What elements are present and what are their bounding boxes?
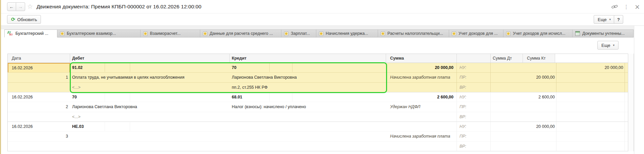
tab-salary[interactable]: Зарплат...	[281, 29, 316, 37]
more-label: Еще	[601, 43, 610, 48]
tab-average-earnings-data[interactable]: Данные для расчета среднего ...	[200, 29, 281, 37]
cell-date[interactable]: 16.02.2026	[8, 92, 70, 102]
cell-sum-kt-pr[interactable]	[556, 131, 625, 141]
cell-date[interactable]: 16.02.2026	[8, 122, 70, 131]
cell-tax-label-vr[interactable]: ВР:	[457, 112, 490, 122]
cell-comment[interactable]: Удержан НДФЛ	[386, 102, 457, 111]
tab-accruals-deductions[interactable]: Начисления удержа...	[316, 29, 378, 37]
cell-credit-subconto1[interactable]: Налог (взносы): начислено / уплачено	[230, 102, 386, 111]
cell-sum-kt-nu[interactable]	[556, 122, 625, 131]
more-button-toolbar[interactable]: Еще ▾	[594, 15, 615, 24]
cell-row-number[interactable]: 1	[8, 72, 70, 82]
cell-sum-dt-nu[interactable]	[491, 63, 556, 72]
cell-sum-kt-vr[interactable]	[556, 141, 625, 151]
document-icon	[203, 31, 207, 36]
refresh-button[interactable]: ⟳ Обновить	[7, 15, 41, 24]
column-header-tax-labels	[457, 54, 491, 63]
cell-sum-dt-nu[interactable]: 2 600,00	[491, 92, 556, 102]
back-button[interactable]: ←	[7, 2, 16, 11]
cell-debit-subconto2[interactable]: <...>	[70, 82, 230, 92]
forward-button[interactable]: →	[16, 2, 25, 11]
cell-tax-label-nu[interactable]: НУ:	[457, 92, 490, 102]
cell-sum-kt-vr[interactable]	[556, 82, 625, 92]
table-toolbar: Еще ▾	[1, 37, 634, 53]
cell-date[interactable]: 16.02.2026	[8, 63, 70, 72]
cell-sum-dt-vr[interactable]	[491, 141, 556, 151]
more-button-table[interactable]: Еще ▾	[597, 41, 619, 50]
cell-debit-subconto1[interactable]: Оплата труда, не учитываемая в целях нал…	[70, 72, 230, 82]
cell-sum-dt-pr[interactable]: 20 000,00	[491, 72, 556, 82]
cell-credit-subconto1[interactable]	[230, 131, 386, 141]
tab-accounting-register[interactable]: ДтКт Бухгалтерский ...	[4, 29, 57, 37]
vertical-scrollbar[interactable]	[628, 54, 634, 151]
cell-empty[interactable]	[386, 141, 457, 151]
cell-sum-kt-nu[interactable]	[556, 92, 625, 102]
cell-tax-label-pr[interactable]: ПР:	[457, 102, 490, 111]
cell-debit-account[interactable]: 91.02	[70, 63, 230, 72]
cell-debit-subconto1[interactable]	[70, 131, 230, 141]
cell-sum-kt-pr[interactable]	[556, 72, 625, 82]
cell-row-number[interactable]: 3	[8, 131, 70, 141]
tab-accounting-settlements[interactable]: Бухгалтерские взаимор...	[57, 29, 141, 37]
cell-sum[interactable]: 2 600,00	[386, 92, 457, 102]
title-bar: ← → ☆ Движения документа: Премия КПБП-00…	[1, 0, 644, 13]
cell-tax-label-vr[interactable]: ВР:	[457, 82, 490, 92]
cell-debit-subconto1[interactable]: Ларионова Светлана Викторовна	[70, 102, 230, 111]
favorite-star-icon[interactable]: ☆	[27, 3, 33, 10]
link-icon[interactable]	[611, 4, 618, 10]
cell-debit-account[interactable]: 70	[70, 92, 230, 102]
help-button[interactable]: ?	[614, 15, 623, 24]
cell-debit-subconto2[interactable]: <...>	[70, 112, 230, 122]
cell-tax-label-vr[interactable]: ВР:	[457, 141, 490, 151]
cell-credit-subconto2[interactable]: пп.2, ст.255 НК РФ	[230, 82, 386, 92]
postings-table: Дата Дебет Кредит Сумма Сумма Дт Сумма К…	[7, 54, 628, 151]
cell-credit-subconto1[interactable]: Ларионова Светлана Викторовна	[230, 72, 386, 82]
cell-tax-label-pr[interactable]: ПР:	[457, 72, 490, 82]
cell-row-number[interactable]: 2	[8, 102, 70, 111]
cell-credit-account[interactable]: 70	[230, 63, 386, 72]
cell-debit-account[interactable]: НЕ.03	[70, 122, 230, 131]
selected-cell[interactable]: 16.02.2026	[8, 63, 70, 72]
cell-credit-account[interactable]: 68.01	[230, 92, 386, 102]
refresh-icon: ⟳	[11, 17, 15, 22]
cell-credit-account[interactable]	[230, 122, 386, 131]
cell-sum-dt-vr[interactable]	[491, 82, 556, 92]
table-row[interactable]: 16.02.2026 2 70 Ларионова Светлана Викто…	[8, 92, 628, 122]
dtkt-icon: ДтКт	[7, 31, 13, 36]
tab-taxpayer-calculations[interactable]: Расчеты налогоплательщи...	[378, 29, 449, 37]
table-row[interactable]: 16.02.2026 3 НЕ.03 Н	[8, 122, 628, 151]
cell-credit-subconto2[interactable]	[230, 112, 386, 122]
cell-sum-dt-pr[interactable]	[491, 102, 556, 111]
cell-sum-dt-nu[interactable]: 20 000,00	[491, 122, 556, 131]
cell-empty[interactable]	[386, 112, 457, 122]
close-icon[interactable]: ×	[635, 3, 640, 10]
cell-sum-dt-vr[interactable]	[491, 112, 556, 122]
debit-account-text: НЕ.03	[72, 124, 84, 129]
menu-dots-icon[interactable]: ⋮	[624, 4, 629, 10]
cell-sum-kt-vr[interactable]	[556, 112, 625, 122]
cell-empty[interactable]	[8, 82, 70, 92]
cell-tax-label-nu[interactable]: НУ:	[457, 122, 490, 131]
cell-sum[interactable]: 20 000,00	[386, 63, 457, 72]
cell-sum[interactable]	[386, 122, 457, 131]
form-right-edge	[634, 13, 634, 154]
table-row[interactable]: 16.02.2026 1 91.02 Оплата труда, не учит…	[8, 63, 628, 92]
cell-comment[interactable]: Начислена заработная плата	[386, 131, 457, 141]
cell-comment[interactable]: Начислена заработная плата	[386, 72, 457, 82]
cell-tax-label-pr[interactable]: ПР:	[457, 131, 490, 141]
cell-sum-dt-pr[interactable]	[491, 131, 556, 141]
cell-empty[interactable]	[8, 141, 70, 151]
tab-registered-documents[interactable]: Документы учтенны...	[573, 29, 634, 37]
cell-credit-subconto2[interactable]	[230, 141, 386, 151]
tab-income-for-calculation[interactable]: Учет доходов для исчисл...	[503, 29, 573, 37]
tab-income-accounting[interactable]: Учет доходов для ...	[449, 29, 503, 37]
debit-account-text: 70	[72, 95, 77, 99]
cell-sum-kt-nu[interactable]: 20 000,00	[556, 63, 625, 72]
cell-tax-label-nu[interactable]: НУ:	[457, 63, 490, 72]
cell-empty[interactable]	[8, 112, 70, 122]
cell-debit-subconto2[interactable]	[70, 141, 230, 151]
cell-empty[interactable]	[386, 82, 457, 92]
tab-mutual-settlements[interactable]: Взаиморасчет...	[141, 29, 200, 37]
document-icon	[381, 31, 385, 36]
cell-sum-kt-pr[interactable]	[556, 102, 625, 111]
